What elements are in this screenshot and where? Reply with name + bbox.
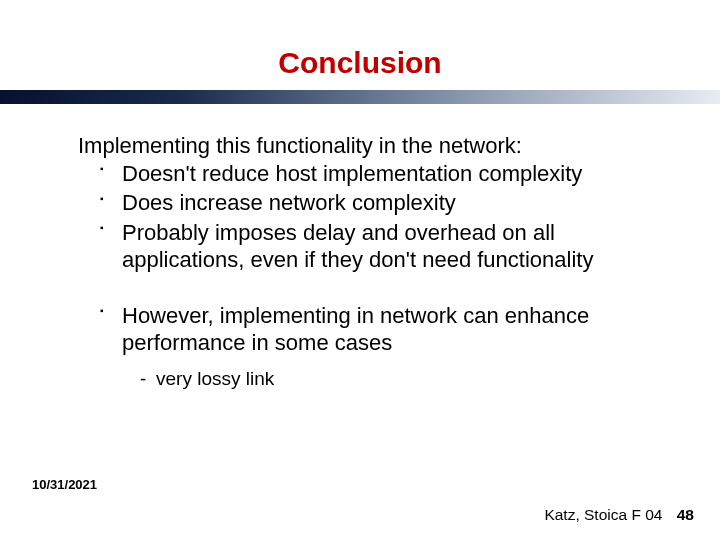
footer-credit-text: Katz, Stoica F 04 bbox=[544, 506, 662, 523]
list-item: However, implementing in network can enh… bbox=[100, 302, 660, 391]
list-item: Probably imposes delay and overhead on a… bbox=[100, 219, 660, 274]
sub-list-item: very lossy link bbox=[140, 367, 660, 391]
list-item: Doesn't reduce host implementation compl… bbox=[100, 160, 660, 188]
sub-list: very lossy link bbox=[122, 367, 660, 391]
divider-bar bbox=[0, 90, 720, 104]
slide-body: Implementing this functionality in the n… bbox=[0, 104, 720, 390]
bullet-list-2: However, implementing in network can enh… bbox=[78, 302, 660, 391]
slide-title: Conclusion bbox=[0, 0, 720, 90]
bullet-list: Doesn't reduce host implementation compl… bbox=[78, 160, 660, 274]
footer-credit: Katz, Stoica F 04 48 bbox=[544, 506, 694, 524]
list-item-text: However, implementing in network can enh… bbox=[122, 303, 589, 356]
slide: Conclusion Implementing this functionali… bbox=[0, 0, 720, 540]
footer-date: 10/31/2021 bbox=[32, 477, 97, 492]
page-number: 48 bbox=[677, 506, 694, 523]
lead-text: Implementing this functionality in the n… bbox=[78, 132, 660, 160]
list-item: Does increase network complexity bbox=[100, 189, 660, 217]
